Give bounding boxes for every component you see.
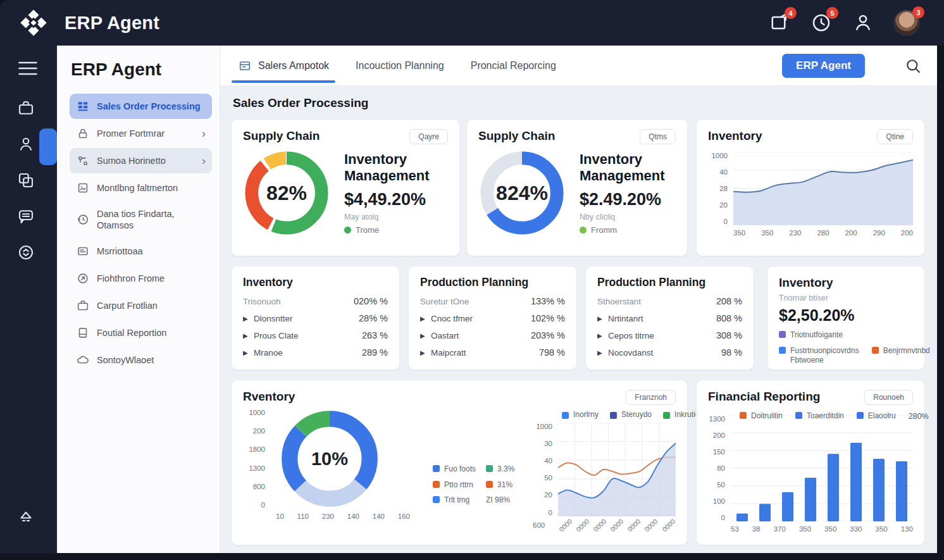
rail-item-modules[interactable] (16, 171, 40, 195)
x-tick: 53 (731, 525, 739, 533)
rail-item-chat[interactable] (16, 207, 40, 231)
stat-row-3[interactable]: ▶Prous Clate263 % (243, 330, 388, 340)
stat-value: 102% % (531, 313, 565, 323)
messages-icon[interactable]: 4 (768, 11, 791, 34)
image-icon (76, 181, 90, 195)
stat-row-3[interactable]: ▶Cepos titrne308 % (597, 330, 742, 340)
menu-icon[interactable] (16, 57, 40, 81)
stat-label: Suretur tOne (420, 297, 469, 306)
legend-swatch (740, 412, 747, 419)
financial-reporting-card: Financial Reporting Rounoeh 130020015080… (696, 380, 925, 545)
stat-rows: Trisonuoh020% %▶Dlonsntter28% %▶Prous Cl… (243, 296, 388, 358)
tab-2[interactable]: Incouction Planning (356, 60, 444, 72)
profile-icon[interactable] (852, 11, 874, 34)
legend-item: Doitrulitin (740, 411, 783, 421)
stat-value: 798 % (539, 347, 565, 358)
rail-item-global[interactable] (16, 243, 40, 267)
stat-row-1[interactable]: Sthoerstant208 % (597, 296, 742, 306)
sidebar-item-3[interactable]: Sumoa Horinetto› (70, 148, 212, 173)
card-action-button[interactable]: Qtine (877, 129, 913, 144)
y-tick: 200 (713, 432, 725, 439)
rail-item-projects[interactable] (16, 99, 40, 123)
erp-agent-button[interactable]: ERP Agent (782, 54, 865, 78)
stat-row-4[interactable]: ▶Maipcratt798 % (420, 347, 565, 358)
stat-value: 98 % (721, 347, 742, 358)
stat-row-1[interactable]: Suretur tOne133% % (420, 296, 565, 306)
y-tick: 30 (544, 440, 552, 447)
app-window: ERP Agent 453 ERP Agent Sales Order Proc… (0, 0, 944, 560)
flow-icon (76, 154, 90, 168)
legend-column-values: 3.3%31%ZI 98% (486, 464, 514, 529)
legend-dot (580, 227, 587, 233)
stat-row-2[interactable]: ▶Dlonsntter28% % (243, 313, 388, 323)
sidebar-item-4[interactable]: Montlbng faltmerton (70, 175, 212, 201)
sidebar-item-10[interactable]: SontoyWlaoet (70, 347, 212, 373)
y-tick: 80 (717, 464, 725, 472)
x-tick: 350 (876, 525, 888, 533)
tab-3[interactable]: Proncial Reporcing (471, 60, 556, 72)
x-tick: 160 (398, 513, 410, 520)
inventory-value-card: Inventory Tnornar btiser $2,50.20% Triot… (767, 266, 925, 370)
x-tick: 140 (373, 513, 385, 520)
top-navbar: ERP Agent 453 (0, 0, 944, 46)
stat-label: Dlonsntter (254, 314, 293, 323)
sidebar-item-label: Montlbng faltmerton (97, 182, 178, 194)
x-tick: 200 (901, 229, 913, 237)
stat-row-4[interactable]: ▶Nocovdanst98 % (597, 347, 742, 358)
rail-item-launch[interactable] (16, 507, 40, 531)
sidebar-item-5[interactable]: Dana tios Findarta, Otamsos (70, 202, 212, 237)
legend-label: Doitrulitin (751, 411, 783, 421)
sidebar-item-2[interactable]: Promer Fortmrar› (70, 121, 212, 146)
tab-1[interactable]: Salers Ampotok (238, 59, 329, 73)
search-icon[interactable] (904, 57, 922, 75)
stat-value: 808 % (716, 313, 742, 323)
card-action-button[interactable]: Qayre (409, 129, 448, 144)
y-tick: 1000 (249, 409, 265, 416)
user-avatar[interactable]: 3 (893, 9, 920, 36)
lock-icon (76, 127, 90, 140)
stat-row-3[interactable]: ▶Oastart203% % (420, 330, 565, 340)
stat-label: Prous Clate (254, 331, 299, 340)
y-tick: 20 (544, 491, 552, 499)
stat-row-1[interactable]: Trisonuoh020% % (243, 296, 388, 306)
card-title: Rventory (243, 390, 295, 404)
x-tick: 10 (276, 513, 284, 520)
donut-percent: 82% (243, 149, 330, 237)
legend-label: Inorlrny (573, 410, 599, 420)
alerts-icon[interactable]: 5 (810, 11, 833, 34)
icon-rail (0, 46, 57, 553)
rail-item-users[interactable] (16, 135, 40, 159)
legend-item: Fuo foots (433, 464, 476, 475)
x-tick: 370 (774, 525, 786, 533)
stat-row-4[interactable]: ▶Mranoe289 % (243, 347, 388, 358)
y-axis: 130020015080501000 (708, 415, 731, 521)
combo-donut-section: 1000200180013008000 10% 1011023014014016… (243, 409, 433, 529)
stat-row-2[interactable]: ▶Nrtintanrt808 % (597, 313, 742, 323)
triangle-bullet-icon: ▶ (420, 315, 431, 322)
stat-label: Oastart (431, 331, 459, 340)
production-planning-card-1: Production Planning Suretur tOne133% %▶C… (408, 266, 577, 370)
legend-swatch (486, 465, 493, 472)
stat-value: 308 % (716, 330, 742, 340)
avatar-badge: 3 (912, 6, 924, 18)
sidebar-item-9[interactable]: Foutial Reportion (70, 320, 212, 345)
card-action-button[interactable]: Qtms (640, 129, 676, 144)
sidebar-item-8[interactable]: Carput Frotlian (70, 293, 212, 318)
y-tick: 1000 (536, 423, 552, 430)
metric-value: $2,50.20% (779, 306, 913, 325)
sidebar-item-6[interactable]: Msrriottoaa (70, 239, 212, 264)
legend-item: Fromm (580, 225, 676, 235)
sidebar-item-1[interactable]: Sales Order Processing (70, 94, 212, 119)
legend-row: Triotnutfoigante (779, 330, 913, 340)
card-action-button[interactable]: Rounoeh (864, 390, 913, 405)
legend-label: Trlt tmg (444, 495, 469, 506)
card-action-button[interactable]: Franznoh (626, 390, 676, 405)
card-title: Supply Chain (243, 129, 320, 143)
stat-label: Mranoe (254, 348, 283, 358)
card-icon (76, 244, 90, 258)
stat-label: Sthoerstant (597, 297, 641, 306)
stat-row-2[interactable]: ▶Cnoc tfmer102% % (420, 313, 565, 323)
sidebar-item-7[interactable]: Fiohthron Frome (70, 266, 212, 291)
legend-label: ZI 98% (486, 495, 510, 506)
metric-heading: Inventory Management (580, 151, 676, 184)
